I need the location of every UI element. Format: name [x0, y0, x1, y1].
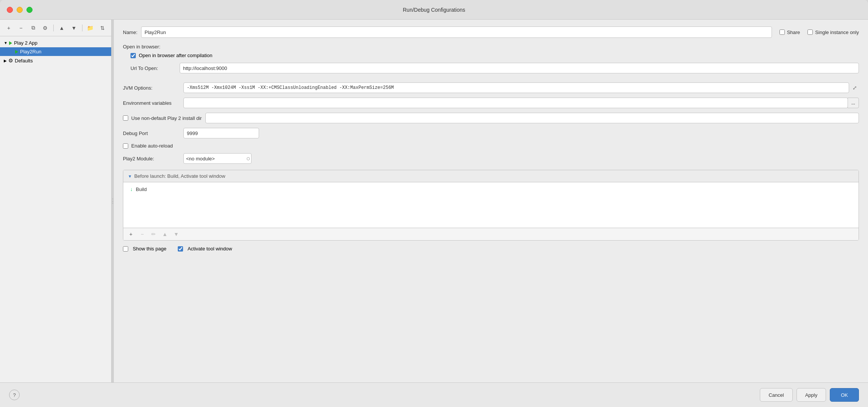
bottom-bar: ? Cancel Apply OK [0, 382, 868, 407]
move-up-button[interactable]: ▲ [57, 23, 67, 33]
env-dots-button[interactable]: ... [848, 98, 859, 108]
open-after-compilation-label: Open in browser after compilation [139, 53, 212, 58]
play2-module-row: Play2 Module: <no module> [123, 153, 859, 164]
sidebar: + − ⧉ ⚙ ▲ ▼ 📁 [0, 20, 112, 382]
folder-button[interactable]: 📁 [85, 23, 95, 33]
show-this-page-checkbox[interactable] [123, 246, 128, 252]
single-instance-label: Single instance only [815, 30, 859, 35]
apply-button[interactable]: Apply [797, 388, 826, 402]
share-checkbox[interactable] [779, 30, 785, 35]
ok-button[interactable]: OK [830, 388, 859, 402]
auto-reload-checkbox[interactable] [123, 143, 128, 149]
activate-tool-window-checkbox[interactable] [178, 246, 183, 252]
right-panel: Name: Share Single instance only Open in… [114, 20, 868, 382]
debug-port-input[interactable] [183, 128, 259, 138]
before-launch-section: ▼ Before launch: Build, Activate tool wi… [123, 170, 859, 241]
name-label: Name: [123, 30, 137, 35]
sidebar-item-play2app[interactable]: ▼ Play 2 App [0, 39, 111, 47]
toolbar-separator-2 [82, 25, 82, 31]
build-icon: ↓ [130, 186, 133, 192]
help-button[interactable]: ? [9, 390, 20, 400]
share-label: Share [787, 30, 800, 35]
help-icon: ? [13, 392, 16, 398]
sort-button[interactable]: ⇅ [98, 23, 107, 33]
sidebar-item-play2app-label: Play 2 App [14, 40, 37, 46]
nondefault-row: Use non-default Play 2 install dir [123, 113, 859, 123]
sidebar-toolbar: + − ⧉ ⚙ ▲ ▼ 📁 [0, 20, 111, 36]
toolbar-separator-1 [53, 25, 54, 31]
bl-up-button[interactable]: ▲ [160, 230, 169, 238]
show-this-page-row: Show this page [123, 246, 166, 252]
sidebar-item-play2run[interactable]: Play2Run [0, 47, 111, 56]
title-bar: Run/Debug Configurations [0, 0, 868, 20]
settings-button[interactable]: ⚙ [40, 23, 50, 33]
cancel-button[interactable]: Cancel [760, 388, 792, 402]
show-this-page-label: Show this page [133, 246, 166, 252]
play2-module-select[interactable]: <no module> [183, 153, 252, 164]
window-title: Run/Debug Configurations [403, 7, 465, 13]
sidebar-item-defaults[interactable]: ▶ ⚙ Defaults [0, 56, 111, 65]
gear-icon: ⚙ [8, 57, 13, 64]
name-input[interactable] [141, 26, 772, 38]
before-launch-title: Before launch: Build, Activate tool wind… [134, 173, 225, 179]
auto-reload-label: Enable auto-reload [131, 143, 173, 149]
debug-row: Debug Port [123, 128, 859, 138]
sidebar-item-defaults-label: Defaults [15, 58, 33, 64]
before-launch-toggle[interactable]: ▼ [128, 174, 132, 179]
url-input[interactable] [180, 63, 859, 73]
sidebar-item-play2run-label: Play2Run [20, 49, 41, 54]
maximize-button[interactable] [26, 7, 33, 13]
expand-arrow-defaults: ▶ [4, 59, 7, 63]
remove-config-button[interactable]: − [16, 23, 26, 33]
nondefault-input[interactable] [205, 113, 859, 123]
jvm-label: JVM Options: [123, 85, 183, 91]
main-window: Run/Debug Configurations + − ⧉ ⚙ [0, 0, 868, 407]
url-row: Url To Open: [123, 63, 859, 73]
close-button[interactable] [7, 7, 13, 13]
build-item: ↓ Build [128, 185, 854, 194]
main-content: + − ⧉ ⚙ ▲ ▼ 📁 [0, 20, 868, 382]
before-launch-toolbar: + − ✏ ▲ ▼ [123, 228, 859, 240]
open-in-browser-section: Open in browser: Open in browser after c… [123, 44, 859, 78]
play-icon [9, 41, 12, 45]
debug-port-label: Debug Port [123, 130, 183, 136]
expand-arrow-play2app: ▼ [4, 41, 8, 45]
open-after-compilation-row: Open in browser after compilation [123, 53, 859, 58]
jvm-row: JVM Options: ⤢ [123, 82, 859, 93]
env-row: Environment variables ... [123, 98, 859, 108]
add-config-button[interactable]: + [4, 23, 14, 33]
nondefault-label: Use non-default Play 2 install dir [131, 115, 202, 121]
play2-module-select-wrapper: <no module> [183, 153, 252, 164]
env-input[interactable] [183, 98, 848, 108]
activate-tool-window-row: Activate tool window [178, 246, 232, 252]
url-label: Url To Open: [130, 65, 176, 71]
play-icon-run [15, 50, 18, 54]
sidebar-tree: ▼ Play 2 App Play2Run ▶ ⚙ Defaults [0, 36, 111, 382]
bottom-checkboxes: Show this page Activate tool window [123, 246, 859, 252]
copy-config-button[interactable]: ⧉ [28, 23, 38, 33]
bottom-right: Cancel Apply OK [760, 388, 859, 402]
jvm-expand-button[interactable]: ⤢ [851, 84, 859, 92]
activate-tool-window-label: Activate tool window [188, 246, 232, 252]
bl-down-button[interactable]: ▼ [172, 230, 181, 238]
bl-remove-button[interactable]: − [138, 230, 147, 238]
traffic-lights [7, 7, 33, 13]
before-launch-list: ↓ Build [123, 182, 859, 228]
before-launch-header: ▼ Before launch: Build, Activate tool wi… [123, 170, 859, 182]
bl-add-button[interactable]: + [126, 230, 135, 238]
env-label: Environment variables [123, 100, 183, 106]
nondefault-checkbox[interactable] [123, 115, 128, 121]
single-instance-checkbox-row: Single instance only [807, 30, 859, 35]
open-in-browser-title: Open in browser: [123, 44, 859, 50]
share-checkbox-row: Share [779, 30, 800, 35]
build-item-label: Build [136, 186, 147, 192]
jvm-input[interactable] [183, 82, 849, 93]
auto-reload-row: Enable auto-reload [123, 143, 859, 149]
minimize-button[interactable] [17, 7, 23, 13]
move-down-button[interactable]: ▼ [69, 23, 79, 33]
header-right: Share Single instance only [779, 30, 859, 35]
single-instance-checkbox[interactable] [807, 30, 813, 35]
play2-module-label: Play2 Module: [123, 156, 183, 162]
open-after-compilation-checkbox[interactable] [130, 53, 136, 58]
bl-edit-button[interactable]: ✏ [149, 230, 158, 238]
